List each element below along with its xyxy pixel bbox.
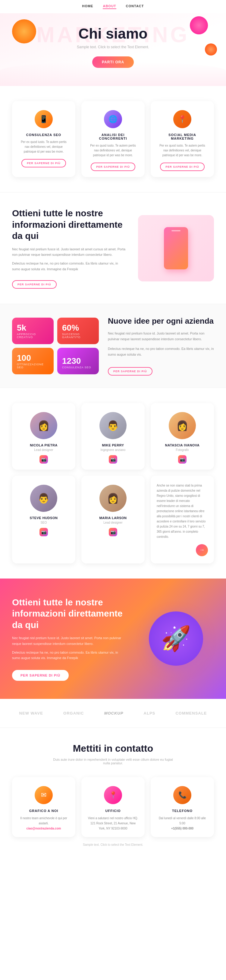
info2-right: 🚀 — [138, 611, 214, 666]
service-card-seo: 📱 CONSULENZA SEO Per ex quod iusto. Te a… — [12, 101, 75, 177]
info2-cta-button[interactable]: PER SAPERNE DI PIÙ — [12, 670, 69, 681]
stat-number-success: 60% — [62, 323, 94, 333]
team-arrow-button[interactable]: → — [196, 544, 208, 556]
team-card-mike: 👨 MIKE PERRY Ingegnere anziano 📷 — [81, 403, 145, 469]
contact-card-phone: 📞 TELEFONO Dal lunedì al venerdì dalle 8… — [151, 777, 214, 837]
info-section-1: Ottieni tutte le nostre informazioni dir… — [0, 192, 226, 304]
avatar-mike: 👨 — [100, 412, 126, 439]
contact-title-phone: TELEFONO — [157, 809, 208, 813]
info2-heading: Ottieni tutte le nostre informazioni dir… — [12, 597, 126, 631]
info-right — [138, 215, 214, 282]
contact-title-office: UFFICIO — [87, 809, 139, 813]
services-section: 📱 CONSULENZA SEO Per ex quod iusto. Te a… — [0, 86, 226, 192]
brand-alps: Alps — [144, 711, 155, 716]
avatar-natascia: 👩 — [169, 412, 196, 439]
avatar-maria: 👩 — [100, 485, 126, 512]
nav-home[interactable]: HOME — [82, 4, 93, 9]
brand-mockup: Mockup — [104, 711, 123, 716]
service-icon-concorrenti: 🌐 — [104, 110, 122, 128]
service-card-social: 📍 SOCIAL MEDIA MARKETING Per ex quod ius… — [151, 101, 214, 177]
stat-number-ottimizzazione: 100 — [17, 353, 49, 363]
service-title-seo: CONSULENZA SEO — [18, 133, 69, 137]
contact-card-office: 📍 UFFICIO Vieni a salutarci nel nostro u… — [81, 777, 145, 837]
stat-number-consulenza: 1230 — [62, 356, 94, 366]
hero-wave — [0, 62, 226, 86]
info-heading: Ottieni tutte le nostre informazioni dir… — [12, 207, 126, 242]
location-icon: 📍 — [104, 786, 122, 804]
service-btn-social[interactable]: PER SAPERNE DI PIÙ — [160, 162, 205, 171]
stat-number-creative: 5k — [17, 323, 49, 333]
navbar: HOME ABOUT CONTACT — [0, 0, 226, 13]
contact-text-phone: Dal lunedì al venerdì dalle 8:00 alle 5:… — [157, 816, 208, 831]
team-name-steve: STEVE HUDSON — [18, 516, 69, 520]
service-icon-seo: 📱 — [35, 110, 53, 128]
service-text-concorrenti: Per ex quod iusto. Te autem pertis nax d… — [87, 143, 139, 158]
stats-grid: 5k APPROCCIO CREATIVO 60% SUCCESSO GARAN… — [12, 318, 99, 374]
service-title-concorrenti: ANALISI DEI CONCORRENTI — [87, 133, 139, 140]
team-role-mike: Ingegnere anziano — [87, 448, 139, 452]
stat-card-consulenza: 1230 CONSULENZA SEO — [57, 348, 99, 374]
team-name-mike: MIKE PERRY — [87, 444, 139, 447]
contact-title-email: GRAFICO A NOI — [18, 809, 69, 813]
info-cta-button[interactable]: PER SAPERNE DI PIÙ — [12, 280, 57, 289]
contact-grid: ✉ GRAFICO A NOI Il nostro team amichevol… — [12, 777, 214, 837]
hero-section: MARKETING Chi siamo Sample text. Click t… — [0, 13, 226, 86]
brands-section: NEW WAVE ORGANIC Mockup Alps COMMENSALE — [0, 699, 226, 727]
brand-commensale: COMMENSALE — [175, 711, 207, 716]
avatar-img-mike: 👨 — [100, 412, 126, 439]
nav-contact[interactable]: CONTACT — [126, 4, 144, 9]
hero-title: Chi siamo — [18, 25, 208, 42]
team-card-nicola: 👩 NICOLA PIETRA Lead designer 📷 — [12, 403, 75, 469]
team-extra-text: Anche se non siamo stati la prima aziend… — [157, 483, 208, 539]
team-section: 👩 NICOLA PIETRA Lead designer 📷 👨 MIKE P… — [0, 388, 226, 579]
info2-para2: Delectus recteque ha ne, no pro tation c… — [12, 650, 126, 661]
hero-subtitle: Sample text. Click to select the Text El… — [18, 45, 208, 49]
team-card-steve: 👨 STEVE HUDSON SEO 📷 — [12, 476, 75, 563]
instagram-icon-maria[interactable]: 📷 — [109, 528, 117, 536]
contact-heading: Mettiti in contatto — [12, 743, 214, 754]
instagram-icon-nicola[interactable]: 📷 — [40, 455, 48, 464]
team-role-natascia: Fotografo — [157, 448, 208, 452]
service-text-seo: Per ex quod iusto. Te autem pertis nax d… — [18, 140, 69, 154]
team-grid: 👩 NICOLA PIETRA Lead designer 📷 👨 MIKE P… — [12, 403, 214, 563]
stat-label-creative: APPROCCIO CREATIVO — [17, 333, 49, 339]
contact-card-email: ✉ GRAFICO A NOI Il nostro team amichevol… — [12, 777, 75, 837]
email-icon: ✉ — [35, 786, 53, 804]
instagram-icon-mike[interactable]: 📷 — [109, 455, 117, 464]
stats-section: 5k APPROCCIO CREATIVO 60% SUCCESSO GARAN… — [0, 304, 226, 388]
instagram-icon-steve[interactable]: 📷 — [40, 528, 48, 536]
info2-para1: Nec feugiat nisl pretium fusce id. Justo… — [12, 635, 126, 646]
phone-icon: 📞 — [173, 786, 191, 804]
info-para1: Nec feugiat nisl pretium fusce id. Justo… — [12, 247, 126, 258]
contact-email-link[interactable]: ciao@nostrazienda.com — [27, 827, 61, 830]
contact-text-email: Il nostro team amichevole è qui per aiut… — [18, 816, 69, 831]
ideas-cta-button[interactable]: PER SAPERNE DI PIÙ — [108, 367, 152, 375]
avatar-img-steve: 👨 — [30, 485, 57, 512]
service-btn-seo[interactable]: PER SAPERNE DI PIÙ — [21, 159, 66, 167]
avatar-img-natascia: 👩 — [169, 412, 196, 439]
service-card-concorrenti: 🌐 ANALISI DEI CONCORRENTI Per ex quod iu… — [81, 101, 145, 177]
stat-card-creative: 5k APPROCCIO CREATIVO — [12, 318, 54, 344]
ideas-para2: Delectus recteque ha ne, no pro tation c… — [108, 346, 214, 357]
team-card-maria: 👩 MARIA LARSON Lead designer 📷 — [81, 476, 145, 563]
brand-new-wave: NEW WAVE — [19, 711, 43, 716]
ideas-right: Nuove idee per ogni azienda Nec feugiat … — [108, 316, 214, 375]
rocket-icon: 🚀 — [161, 624, 191, 653]
ideas-para1: Nec feugiat nisl pretium fusce id. Justo… — [108, 331, 214, 342]
team-role-maria: Lead designer — [87, 521, 139, 524]
stat-label-ottimizzazione: OTTIMIZZAZIONE SEO — [17, 363, 49, 369]
services-grid: 📱 CONSULENZA SEO Per ex quod iusto. Te a… — [12, 101, 214, 177]
stat-card-success: 60% SUCCESSO GARANTITO — [57, 318, 99, 344]
instagram-icon-natascia[interactable]: 📷 — [178, 455, 186, 464]
contact-subtext: Duis aute irure dolor in reprehenderit i… — [53, 758, 173, 765]
team-card-natascia: 👩 NATASCIA IVANOVA Fotografo 📷 — [151, 403, 214, 469]
phone-mockup — [164, 227, 188, 269]
service-btn-concorrenti[interactable]: PER SAPERNE DI PIÙ — [91, 162, 135, 171]
nav-about[interactable]: ABOUT — [103, 4, 116, 9]
stat-label-success: SUCCESSO GARANTITO — [62, 333, 94, 339]
avatar-img-nicola: 👩 — [30, 412, 57, 439]
contact-section: Mettiti in contatto Duis aute irure dolo… — [0, 728, 226, 861]
avatar-img-maria: 👩 — [100, 485, 126, 512]
service-text-social: Per ex quod iusto. Te autem pertis nax d… — [157, 143, 208, 158]
contact-text-office: Vieni a salutarci nel nostro ufficio HQ.… — [87, 816, 139, 831]
